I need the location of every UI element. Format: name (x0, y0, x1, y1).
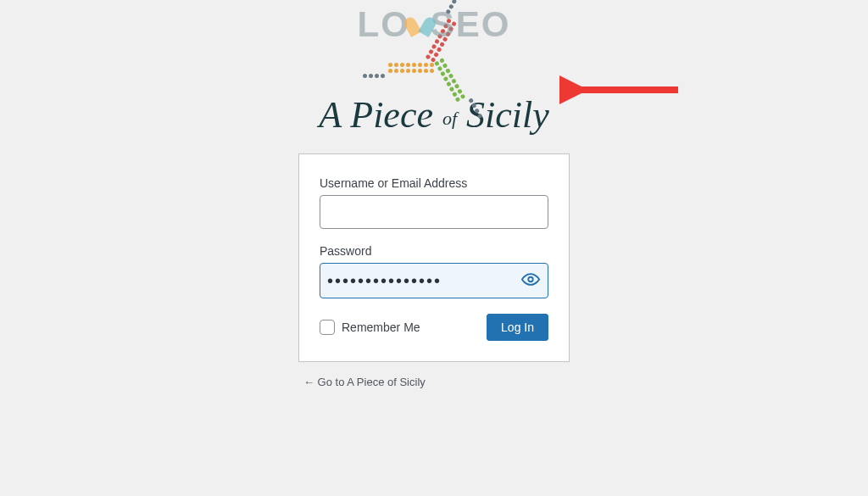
eye-icon (521, 270, 540, 289)
remember-me-text: Remember Me (342, 320, 420, 334)
username-group: Username or Email Address (320, 176, 548, 229)
watermark-left: LO (357, 4, 409, 45)
remember-me-label[interactable]: Remember Me (320, 320, 420, 335)
username-label: Username or Email Address (320, 176, 548, 190)
password-label: Password (320, 244, 548, 258)
password-group: Password (320, 244, 548, 298)
logo-area: LO SEO A Piece of Sicily (0, 0, 868, 137)
username-input[interactable] (320, 195, 548, 229)
back-link-area: ← Go to A Piece of Sicily (298, 374, 570, 389)
toggle-password-visibility-button[interactable] (516, 265, 545, 297)
brand-prefix: A (319, 94, 350, 136)
login-button[interactable]: Log In (487, 314, 548, 341)
back-to-site-link[interactable]: ← Go to A Piece of Sicily (303, 376, 426, 388)
form-footer: Remember Me Log In (320, 314, 548, 341)
svg-point-2 (528, 277, 533, 282)
annotation-arrow-icon (559, 75, 687, 105)
password-input[interactable] (320, 263, 548, 298)
remember-me-checkbox[interactable] (320, 320, 335, 335)
heart-icon (409, 13, 432, 36)
login-form: Username or Email Address Password Remem… (298, 153, 570, 362)
watermark-text: LO SEO (357, 4, 510, 45)
watermark-right: SEO (431, 4, 511, 45)
